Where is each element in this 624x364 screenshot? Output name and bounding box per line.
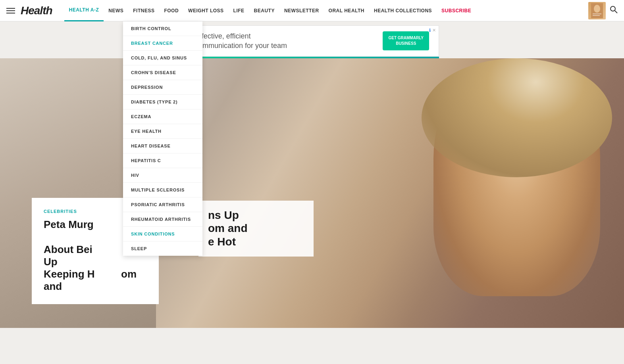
hero-image-area — [156, 58, 624, 328]
svg-rect-2 — [593, 13, 601, 14]
dropdown-item-hiv[interactable]: HIV — [123, 168, 202, 183]
nav-item-fitness[interactable]: FITNESS — [128, 0, 159, 21]
nav-item-oral-health[interactable]: ORAL HEALTH — [324, 0, 369, 21]
ad-text: Effective, efficientcommunication for yo… — [195, 31, 287, 51]
dropdown-item-crohns[interactable]: CROHN'S DISEASE — [123, 65, 202, 80]
health-az-dropdown: BIRTH CONTROL BREAST CANCER COLD, FLU, A… — [123, 21, 202, 256]
nav-item-newsletter[interactable]: NEWSLETTER — [279, 0, 324, 21]
svg-line-5 — [615, 11, 617, 13]
hamburger-menu[interactable] — [6, 8, 15, 13]
article-title-line1: Peta Murg — [44, 218, 94, 230]
article-card-overflow: ns Upom ande Hot — [198, 201, 314, 257]
dropdown-item-diabetes[interactable]: DIABETES (TYPE 2) — [123, 95, 202, 109]
dropdown-item-rheumatoid-arthritis[interactable]: RHEUMATOID ARTHRITIS — [123, 212, 202, 227]
svg-point-1 — [594, 5, 600, 13]
ad-banner: Effective, efficientcommunication for yo… — [185, 25, 439, 57]
ad-close-icon[interactable]: ✕ — [432, 28, 436, 33]
content-wrapper: Effective, efficientcommunication for yo… — [0, 21, 624, 328]
search-button[interactable] — [610, 6, 618, 15]
nav-item-news[interactable]: NEWS — [104, 0, 128, 21]
nav-item-subscribe[interactable]: SUBSCRIBE — [437, 0, 476, 21]
dropdown-item-sleep[interactable]: SLEEP — [123, 241, 202, 256]
nav-item-health-az[interactable]: HEALTH A-Z — [64, 0, 104, 21]
svg-rect-3 — [593, 15, 600, 16]
ad-close-controls[interactable]: ℹ ✕ — [429, 28, 436, 33]
dropdown-item-breast-cancer[interactable]: BREAST CANCER — [123, 36, 202, 51]
dropdown-item-birth-control[interactable]: BIRTH CONTROL — [123, 21, 202, 36]
ad-cta-button[interactable]: GET GRAMMARLYBUSINESS — [383, 31, 429, 50]
site-logo[interactable]: Health — [21, 4, 52, 17]
dropdown-item-multiple-sclerosis[interactable]: MULTIPLE SCLEROSIS — [123, 183, 202, 197]
dropdown-item-eye-health[interactable]: EYE HEALTH — [123, 124, 202, 139]
nav-item-beauty[interactable]: BEAUTY — [249, 0, 279, 21]
dropdown-item-hepatitis-c[interactable]: HEPATITIS C — [123, 153, 202, 168]
nav-item-health-collections[interactable]: HEALTH COLLECTIONS — [369, 0, 437, 21]
article-title-line3: Keeping H — [44, 268, 95, 280]
hero-section: CELEBRITIES Peta Murgatroyd Ope About Be… — [0, 58, 624, 328]
svg-point-4 — [611, 6, 615, 11]
article-title-overflow: ns Upom ande Hot — [208, 209, 304, 249]
hero-hair — [422, 58, 612, 177]
dropdown-item-depression[interactable]: DEPRESSION — [123, 80, 202, 95]
magazine-cover[interactable] — [588, 2, 606, 19]
dropdown-item-heart-disease[interactable]: HEART DISEASE — [123, 139, 202, 153]
dropdown-item-cold-flu[interactable]: COLD, FLU, AND SINUS — [123, 51, 202, 65]
nav-item-food[interactable]: FOOD — [159, 0, 183, 21]
search-icon — [610, 6, 618, 13]
dropdown-item-psoriatic-arthritis[interactable]: PSORIATIC ARTHRITIS — [123, 197, 202, 212]
ad-section: Effective, efficientcommunication for yo… — [0, 21, 624, 58]
main-nav: HEALTH A-Z NEWS FITNESS FOOD WEIGHT LOSS… — [64, 0, 585, 21]
article-title-line2: About Bei — [44, 243, 92, 255]
dropdown-item-eczema[interactable]: ECZEMA — [123, 109, 202, 124]
nav-item-life[interactable]: LIFE — [229, 0, 249, 21]
ad-info-icon[interactable]: ℹ — [429, 28, 431, 33]
dropdown-item-skin-conditions[interactable]: SKIN CONDITIONS — [123, 227, 202, 241]
magazine-icon — [591, 3, 603, 18]
nav-item-weight-loss[interactable]: WEIGHT LOSS — [183, 0, 229, 21]
header: Health HEALTH A-Z NEWS FITNESS FOOD WEIG… — [0, 0, 624, 21]
